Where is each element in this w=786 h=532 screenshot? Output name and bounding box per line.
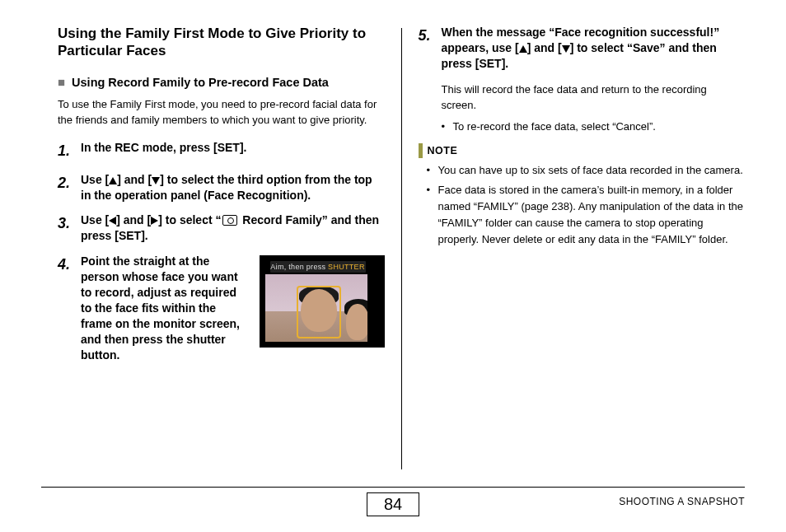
down-triangle-icon <box>562 45 570 53</box>
footer-row: 84 SHOOTING A SNAPSHOT <box>41 491 745 517</box>
left-triangle-icon <box>109 217 116 225</box>
text-fragment: SHUTTER <box>328 263 365 271</box>
step-5: 5. When the message “Face recognition su… <box>419 25 746 72</box>
camera-icon <box>222 215 237 226</box>
text-fragment: ] and [ <box>117 173 152 186</box>
note-list: You can have up to six sets of face data… <box>427 162 746 249</box>
step-subtext: This will record the face data and retur… <box>442 82 746 114</box>
note-label: NOTE <box>428 143 458 159</box>
step-number: 3. <box>58 212 81 244</box>
text-fragment: ] and [ <box>527 41 562 54</box>
person2-head-shape <box>346 304 367 340</box>
text-fragment: Aim, then press <box>270 263 328 271</box>
subsection-row: ■ Using Record Family to Pre-record Face… <box>58 75 385 90</box>
step-text: Use [] and [] to select the third option… <box>81 172 385 203</box>
camera-screen-thumbnail: Aim, then press SHUTTER <box>260 255 385 348</box>
step-1: 1. In the REC mode, press [SET]. <box>58 140 385 162</box>
step-bullet-list: To re-record the face data, select “Canc… <box>442 119 746 135</box>
square-bullet-icon: ■ <box>58 75 65 90</box>
step-text: Point the straight at the person whose f… <box>81 254 250 362</box>
steps-list: 1. In the REC mode, press [SET]. 2. Use … <box>58 140 385 363</box>
step-4: 4. Point the straight at the person whos… <box>58 254 385 362</box>
section-heading: Using the Family First Mode to Give Prio… <box>58 25 385 60</box>
bullet-item: To re-record the face data, select “Canc… <box>442 119 746 135</box>
right-triangle-icon <box>151 217 158 225</box>
text-fragment: Use [ <box>81 213 109 226</box>
note-item: Face data is stored in the camera’s buil… <box>427 182 746 249</box>
step-text: In the REC mode, press [SET]. <box>81 140 385 162</box>
step-3: 3. Use [] and [] to select “ Record Fami… <box>58 212 385 244</box>
note-bar-icon <box>419 143 423 158</box>
step-2: 2. Use [] and [] to select the third opt… <box>58 172 385 203</box>
step-number: 4. <box>58 254 81 362</box>
step-number: 1. <box>58 140 81 162</box>
note-header: NOTE <box>419 143 746 159</box>
text-fragment: ] to select “ <box>158 213 221 226</box>
footer-rule <box>41 487 745 488</box>
right-column: 5. When the message “Face recognition su… <box>402 25 746 469</box>
chapter-label: SHOOTING A SNAPSHOT <box>619 496 745 507</box>
left-column: Using the Family First Mode to Give Prio… <box>58 25 401 469</box>
steps-list-continued: 5. When the message “Face recognition su… <box>419 25 746 72</box>
step-text: When the message “Face recognition succe… <box>442 25 746 72</box>
step-text: Use [] and [] to select “ Record Family”… <box>81 212 385 244</box>
text-fragment: ] and [ <box>116 213 151 226</box>
face-detection-frame <box>297 286 341 338</box>
page-footer: 84 SHOOTING A SNAPSHOT <box>41 487 745 517</box>
subsection-heading: Using Record Family to Pre-record Face D… <box>72 75 329 90</box>
thumbnail-scene <box>265 274 367 342</box>
intro-text: To use the Family First mode, you need t… <box>58 96 385 128</box>
thumbnail-caption: Aim, then press SHUTTER <box>270 261 366 273</box>
page-content: Using the Family First Mode to Give Prio… <box>0 0 786 469</box>
note-item: You can have up to six sets of face data… <box>427 162 746 179</box>
up-triangle-icon <box>519 45 527 53</box>
step-number: 5. <box>419 25 442 72</box>
up-triangle-icon <box>109 177 117 184</box>
step-with-image: Point the straight at the person whose f… <box>81 254 385 362</box>
text-fragment: Use [ <box>81 173 109 186</box>
step-number: 2. <box>58 172 81 203</box>
down-triangle-icon <box>152 177 160 184</box>
page-number: 84 <box>367 492 419 516</box>
